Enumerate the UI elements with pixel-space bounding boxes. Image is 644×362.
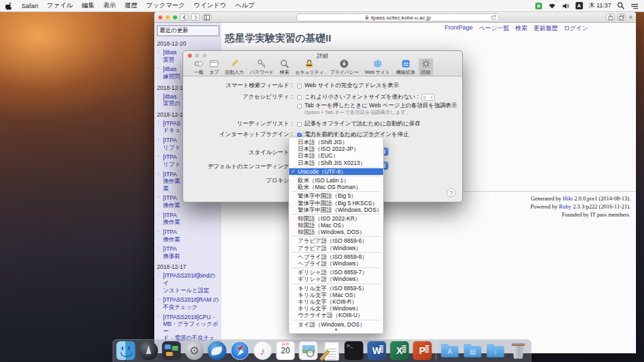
reading-list-checkbox[interactable] <box>297 122 302 127</box>
menu-view[interactable]: 表示 <box>103 1 116 10</box>
encoding-menu-item[interactable]: キリル文字（Mac OS） <box>289 292 383 298</box>
prefs-tab-passwords[interactable]: パスワード <box>247 58 276 76</box>
sidebar-item[interactable]: [ITPASS2018]bindのイ ンストールと設定 <box>163 272 219 294</box>
encoding-menu-item[interactable]: ウクライナ語（KOI8-U） <box>289 312 383 318</box>
address-bar[interactable]: itpass.scitec.kobe-u.ac.jp <box>297 13 499 21</box>
apple-menu-icon[interactable] <box>5 2 13 10</box>
encoding-menu-item[interactable]: 日本語（Shift JIS） <box>289 139 383 145</box>
encoding-menu-item[interactable]: 繁体字中国語（Big 5） <box>289 192 383 199</box>
prefs-tab-tabs[interactable]: タブ <box>207 58 221 76</box>
prefs-tab-privacy[interactable]: プライバシー <box>327 58 362 76</box>
encoding-menu-item[interactable]: ギリシャ語（Windows） <box>289 276 383 282</box>
encoding-menu-item[interactable]: ヘブライ語（ISO 8859-8） <box>289 253 383 260</box>
prefs-tab-search[interactable]: 検索 <box>277 58 292 76</box>
wiki-nav-link[interactable]: 検索 <box>515 24 527 33</box>
encoding-menu-item[interactable]: キリル文字（Windows） <box>289 305 383 312</box>
encoding-menu-item[interactable]: Unicode（UTF-8） <box>289 168 383 175</box>
wifi-icon[interactable] <box>548 3 556 9</box>
menu-safari[interactable]: Safari <box>21 2 38 9</box>
reload-icon[interactable] <box>490 15 496 21</box>
encoding-menu-item[interactable]: ギリシャ語（ISO 8859-7） <box>289 269 383 276</box>
sidebar-item[interactable]: [ITPA 換作業 <box>163 212 219 226</box>
reading-list-row: リーディングリスト : 記事をオフラインで読むために自動的に保存 <box>183 120 462 128</box>
menu-help[interactable]: ヘルプ <box>235 1 254 10</box>
sidebar-item[interactable]: [ITPA 換作業 <box>163 229 219 243</box>
encoding-menu-item[interactable]: 繁体字中国語（Windows, DOS） <box>289 206 383 213</box>
volume-icon[interactable] <box>562 3 570 9</box>
prefs-tab-extensions[interactable]: 機能拡張 <box>394 58 418 76</box>
menu-edit[interactable]: 編集 <box>82 1 95 10</box>
dock-terminal[interactable]: >_ <box>345 341 364 360</box>
dock-calendar[interactable]: 12月20 <box>276 341 295 360</box>
menu-history[interactable]: 履歴 <box>125 1 138 10</box>
dock-itunes[interactable]: ♪ <box>254 341 272 360</box>
encoding-menu-item[interactable]: 繁体字中国語（Big 5 HKSCS） <box>289 200 383 206</box>
help-button[interactable]: ? <box>447 188 455 197</box>
spotlight-icon[interactable] <box>617 2 625 9</box>
dock-safari[interactable] <box>231 341 250 360</box>
dock-word[interactable]: W <box>368 341 386 360</box>
sidebar-item[interactable]: [ITPASS2018]RAM の 不良チェック <box>163 296 219 310</box>
encoding-menu-item[interactable]: 日本語（Shift JIS X0213） <box>289 160 383 166</box>
forward-button[interactable] <box>191 13 200 21</box>
encoding-menu-item[interactable]: タイ語（Windows, DOS） <box>289 321 383 328</box>
new-tab-button[interactable]: + <box>629 14 633 21</box>
menu-bar-clock[interactable]: 木 11:37 <box>589 1 611 10</box>
encoding-menu-item[interactable]: キリル文字（ISO 8859-5） <box>289 285 383 292</box>
encoding-menu-item[interactable]: 欧米（ISO Latin 1） <box>289 177 383 184</box>
prefs-tab-security[interactable]: セキュリティ <box>292 58 327 76</box>
dock-downloads-folder[interactable]: ↓ <box>486 341 505 360</box>
encoding-menu-item[interactable]: 日本語（EUC） <box>289 152 383 159</box>
dock-thunderbird[interactable] <box>208 341 227 360</box>
encoding-menu-item[interactable]: キリル文字（KOI8-R） <box>289 298 383 305</box>
dock-applications-folder[interactable]: A <box>441 341 460 360</box>
tab-highlight-checkbox[interactable] <box>297 104 302 109</box>
encoding-menu-item[interactable]: 韓国語（ISO 2022-KR） <box>289 215 383 222</box>
encoding-menu-item[interactable]: 韓国語（Windows, DOS） <box>289 229 383 235</box>
prefs-tab-autofill[interactable]: 自動入力 <box>222 58 246 76</box>
dock-excel[interactable]: X <box>390 341 409 360</box>
dock-textedit[interactable] <box>322 341 341 360</box>
prefs-tab-general[interactable]: 一般 <box>191 58 206 76</box>
encoding-menu-item[interactable]: アラビア語（ISO 8859-6） <box>289 237 383 244</box>
encoding-menu-item[interactable]: ヘブライ語（Windows） <box>289 260 383 267</box>
menu-extra-green-icon[interactable] <box>535 3 542 9</box>
dock-documents-folder[interactable]: ▤ <box>464 341 482 360</box>
close-button[interactable] <box>158 15 162 19</box>
back-button[interactable] <box>180 13 189 21</box>
min-font-size-checkbox[interactable] <box>297 95 302 100</box>
notification-center-icon[interactable] <box>631 3 639 9</box>
dock-preview[interactable] <box>299 341 318 360</box>
menu-bookmarks[interactable]: ブックマーク <box>146 1 185 10</box>
sidebar-toggle-button[interactable] <box>203 13 211 21</box>
dock-powerpoint[interactable]: P <box>413 341 432 360</box>
wiki-nav-link[interactable]: 更新履歴 <box>533 24 557 33</box>
prefs-close-button[interactable] <box>188 54 192 58</box>
sidebar-item[interactable]: [ITPA 換事前 <box>163 245 219 259</box>
dock-finder[interactable] <box>117 341 136 360</box>
menu-window[interactable]: ウインドウ <box>194 1 227 10</box>
wiki-nav-link[interactable]: ページ一覧 <box>479 24 509 33</box>
ruby-link[interactable]: Ruby <box>559 203 571 210</box>
input-source-icon[interactable]: A <box>576 2 583 9</box>
share-button[interactable] <box>606 13 614 21</box>
minimize-button[interactable] <box>166 15 170 19</box>
dock-mission-control[interactable] <box>162 341 181 360</box>
encoding-menu-item[interactable]: 日本語（ISO 2022-JP） <box>289 145 383 152</box>
prefs-tab-advanced[interactable]: 詳細 <box>419 58 433 76</box>
font-size-select[interactable]: 9▾ <box>421 94 435 101</box>
menu-file[interactable]: ファイル <box>47 1 73 10</box>
encoding-menu-item[interactable]: アラビア語（Windows） <box>289 245 383 251</box>
wiki-nav-link[interactable]: FrontPage <box>445 24 473 33</box>
encoding-menu-item[interactable]: 韓国語（Mac OS） <box>289 222 383 229</box>
zoom-button[interactable] <box>173 15 177 19</box>
smart-search-checkbox[interactable] <box>297 84 302 88</box>
tab-overview-button[interactable] <box>617 13 626 21</box>
dock-launchpad[interactable] <box>140 341 158 360</box>
dock-system-preferences[interactable]: ⚙ <box>185 341 204 360</box>
dock-trash[interactable] <box>509 341 528 360</box>
encoding-menu-item[interactable]: 欧米（Mac OS Roman） <box>289 184 383 190</box>
wiki-nav-link[interactable]: ログイン <box>564 24 588 33</box>
prefs-tab-websites[interactable]: Web サイト <box>362 58 393 76</box>
hiki-link[interactable]: Hiki <box>563 195 573 202</box>
